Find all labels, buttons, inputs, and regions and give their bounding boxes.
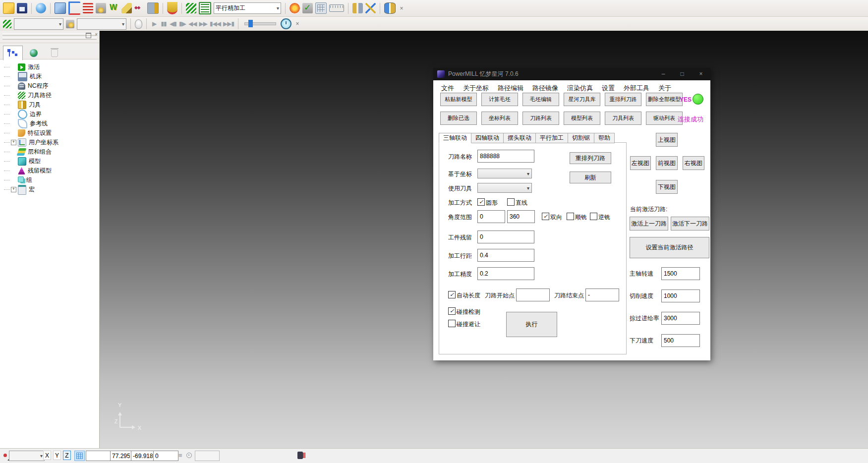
menu-item[interactable]: 外部工具 bbox=[624, 84, 649, 93]
tab-web[interactable] bbox=[24, 46, 44, 60]
dialog-button[interactable]: 模型列表 bbox=[564, 112, 600, 125]
tree-item[interactable]: 刀具 bbox=[4, 100, 99, 110]
clock-icon[interactable] bbox=[281, 18, 291, 29]
grid-size-input[interactable] bbox=[86, 451, 111, 461]
dialog-button[interactable]: 重排列刀路 bbox=[605, 93, 641, 106]
rewind-button[interactable]: ◀◀ bbox=[188, 20, 196, 27]
tool-database-icon[interactable] bbox=[384, 2, 396, 14]
tree-item[interactable]: 宏 bbox=[4, 185, 99, 194]
tool-icon[interactable] bbox=[66, 20, 74, 28]
nc-program-icon[interactable] bbox=[83, 3, 93, 13]
dialog-button[interactable]: 驱动列表 bbox=[646, 112, 683, 125]
refresh-button[interactable]: 刷新 bbox=[570, 172, 611, 183]
end-point-input[interactable] bbox=[585, 289, 619, 301]
dock-grip[interactable] bbox=[2, 33, 97, 36]
tool-assembly-icon[interactable] bbox=[352, 3, 363, 13]
bulb-icon[interactable] bbox=[135, 19, 142, 29]
tree-item[interactable]: 模型 bbox=[4, 157, 99, 166]
dialog-button[interactable]: 粘贴新模型 bbox=[440, 93, 477, 106]
feed-input[interactable] bbox=[661, 267, 700, 280]
swap-tools-icon[interactable] bbox=[365, 3, 376, 13]
activate-next-button[interactable]: 激活下一刀路 bbox=[671, 217, 709, 231]
tree-item[interactable]: 用户坐标系 bbox=[4, 138, 99, 147]
simulation-speed-slider[interactable] bbox=[244, 22, 276, 25]
tool-icon[interactable] bbox=[96, 3, 106, 13]
dialog-button[interactable]: 刀路列表 bbox=[522, 112, 559, 125]
tree-item[interactable]: 特征设置 bbox=[4, 128, 99, 138]
angle-from-input[interactable] bbox=[477, 210, 505, 223]
dialog-button[interactable]: 坐标列表 bbox=[481, 112, 518, 125]
tree-item[interactable]: 层和组合 bbox=[4, 147, 99, 157]
toolpath-green-icon[interactable] bbox=[3, 20, 11, 28]
dialog-tab[interactable]: 平行加工 bbox=[536, 133, 568, 143]
coord-x-input[interactable] bbox=[110, 451, 132, 461]
panel-close-button[interactable]: × bbox=[95, 32, 98, 37]
boundary-icon[interactable] bbox=[109, 3, 119, 13]
circle-checkbox[interactable]: ✓ bbox=[477, 198, 485, 206]
set-active-path-button[interactable]: 设置当前激活路径 bbox=[630, 237, 709, 258]
grid-toggle-button[interactable] bbox=[74, 451, 85, 461]
menu-item[interactable]: 关于坐标 bbox=[463, 84, 489, 93]
tree-item[interactable]: NC程序 bbox=[4, 81, 99, 91]
axis-list-icon[interactable]: ≡ bbox=[178, 452, 182, 459]
tree-item[interactable]: 边界 bbox=[4, 110, 99, 119]
toolpath-green-icon[interactable] bbox=[186, 3, 196, 13]
view-bottom-button[interactable]: 下视图 bbox=[656, 180, 678, 194]
toolpath-dropdown[interactable]: ▾ bbox=[14, 18, 63, 30]
axis-y-button[interactable]: Y bbox=[53, 451, 61, 460]
axis-z-button[interactable]: Z bbox=[63, 451, 71, 460]
close-button[interactable]: × bbox=[692, 68, 710, 80]
fast-forward-button[interactable]: ▶▶ bbox=[199, 20, 207, 27]
maximize-button[interactable]: □ bbox=[673, 68, 692, 80]
doc-pause-icon[interactable] bbox=[297, 452, 303, 459]
tree-item[interactable]: 残留模型 bbox=[4, 166, 99, 175]
execute-button[interactable]: 执行 bbox=[506, 312, 557, 337]
expand-toggle[interactable] bbox=[11, 187, 16, 192]
simulate-icon[interactable] bbox=[167, 2, 177, 14]
tree-item[interactable]: 激活 bbox=[4, 62, 99, 72]
pause-button[interactable]: ▮▮ bbox=[160, 20, 167, 27]
menu-item[interactable]: 关于 bbox=[658, 84, 671, 93]
go-to-start-button[interactable]: ▮◀◀ bbox=[210, 20, 221, 27]
stock-input[interactable] bbox=[477, 231, 534, 243]
auto-length-checkbox[interactable]: ✓ bbox=[448, 291, 456, 298]
panel-float-icon[interactable] bbox=[86, 33, 91, 38]
tool-select[interactable]: ▾ bbox=[477, 183, 532, 193]
dialog-tab[interactable]: 四轴联动 bbox=[471, 133, 504, 143]
dialog-button[interactable]: 计算毛坯 bbox=[481, 93, 518, 106]
line-checkbox[interactable] bbox=[507, 198, 515, 206]
climb-checkbox[interactable] bbox=[567, 213, 574, 220]
collision-avoid-checkbox[interactable] bbox=[448, 320, 456, 327]
view-left-button[interactable]: 左视图 bbox=[630, 156, 651, 170]
feature-set-icon[interactable] bbox=[134, 3, 145, 13]
coord-select[interactable]: ▾ bbox=[477, 169, 532, 178]
dialog-button[interactable]: 删除已选 bbox=[440, 112, 477, 125]
collision-check-checkbox[interactable]: ✓ bbox=[448, 307, 456, 315]
slider-handle[interactable] bbox=[248, 20, 253, 27]
tree-item[interactable]: 机床 bbox=[4, 72, 99, 81]
tree-item[interactable]: 组 bbox=[4, 175, 99, 185]
save-project-icon[interactable] bbox=[17, 3, 27, 13]
feed-input[interactable] bbox=[661, 312, 700, 325]
conventional-checkbox[interactable] bbox=[590, 213, 597, 220]
axis-x-button[interactable]: X bbox=[43, 451, 51, 460]
go-to-end-button[interactable]: ▶▶▮ bbox=[223, 20, 234, 27]
strategy-dropdown[interactable]: 平行精加工 ▾ bbox=[214, 2, 281, 14]
tree-item[interactable]: 刀具路径 bbox=[4, 91, 99, 100]
dialog-titlebar[interactable]: PowerMILL 忆梦星河 7.0.6 – □ × bbox=[433, 68, 710, 80]
tree-item[interactable]: 参考线 bbox=[4, 119, 99, 128]
view-right-button[interactable]: 右视图 bbox=[683, 156, 704, 170]
sim-toolbar-close-button[interactable]: × bbox=[294, 20, 301, 27]
ruler-icon[interactable] bbox=[329, 4, 344, 12]
dialog-tab[interactable]: 帮助 bbox=[594, 133, 615, 143]
edit-tool-icon[interactable] bbox=[147, 2, 159, 14]
menu-item[interactable]: 渲染仿真 bbox=[567, 84, 593, 93]
reorder-toolpaths-button[interactable]: 重排列刀路 bbox=[570, 152, 611, 164]
dialog-button[interactable]: 毛坯编辑 bbox=[522, 93, 559, 106]
pattern-icon[interactable] bbox=[121, 3, 132, 13]
toolbar-close-button[interactable]: × bbox=[398, 5, 405, 12]
menu-item[interactable]: 路径镜像 bbox=[532, 84, 558, 93]
toolpath-raise-icon[interactable] bbox=[68, 1, 80, 15]
dialog-tab[interactable]: 三轴联动 bbox=[439, 133, 471, 143]
tab-recycle-bin[interactable] bbox=[45, 46, 64, 60]
